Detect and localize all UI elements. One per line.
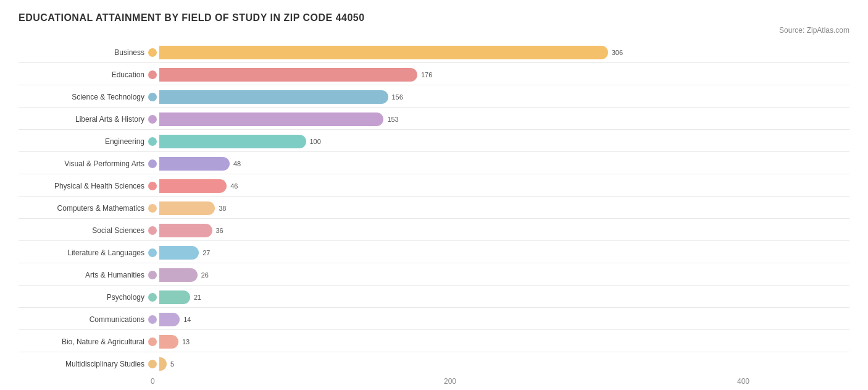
table-row: Liberal Arts & History153 bbox=[19, 109, 849, 130]
bar-container: 176 bbox=[159, 68, 849, 82]
source-label: Source: ZipAtlas.com bbox=[19, 26, 849, 35]
table-row: Business306 bbox=[19, 42, 849, 63]
bar-label: Engineering bbox=[19, 137, 148, 146]
bar-dot-icon bbox=[148, 204, 157, 213]
bar-fill bbox=[159, 179, 227, 193]
bar-dot-icon bbox=[148, 70, 157, 79]
bar-fill bbox=[159, 357, 167, 371]
bar-value-label: 13 bbox=[182, 338, 190, 345]
bar-fill bbox=[159, 46, 608, 59]
bar-dot-icon bbox=[148, 337, 157, 346]
table-row: Communications14 bbox=[19, 309, 849, 330]
bar-dot-icon bbox=[148, 182, 157, 190]
bar-value-label: 14 bbox=[183, 316, 191, 323]
bar-fill bbox=[159, 246, 199, 260]
bar-dot-icon bbox=[148, 159, 157, 168]
x-axis-label: 200 bbox=[444, 377, 456, 386]
bar-value-label: 100 bbox=[310, 138, 321, 145]
bar-label: Computers & Mathematics bbox=[19, 204, 148, 213]
bar-value-label: 38 bbox=[219, 205, 226, 212]
bar-label: Communications bbox=[19, 315, 148, 324]
bar-fill bbox=[159, 68, 417, 82]
x-axis: 0200400 bbox=[19, 377, 849, 389]
bar-value-label: 46 bbox=[230, 182, 238, 190]
bar-label: Education bbox=[19, 70, 148, 79]
bar-label: Arts & Humanities bbox=[19, 271, 148, 279]
table-row: Arts & Humanities26 bbox=[19, 265, 849, 286]
bar-container: 153 bbox=[159, 112, 849, 126]
bar-label: Psychology bbox=[19, 293, 148, 302]
bar-fill bbox=[159, 268, 198, 282]
table-row: Physical & Health Sciences46 bbox=[19, 176, 849, 197]
bar-value-label: 26 bbox=[201, 271, 209, 279]
bar-fill bbox=[159, 112, 383, 126]
bar-container: 156 bbox=[159, 90, 849, 104]
bar-value-label: 36 bbox=[216, 227, 223, 234]
bar-fill bbox=[159, 157, 230, 171]
bar-fill bbox=[159, 224, 212, 237]
bar-value-label: 27 bbox=[202, 249, 210, 256]
chart-area: Business306Education176Science & Technol… bbox=[19, 42, 849, 389]
bar-container: 46 bbox=[159, 179, 849, 193]
bar-dot-icon bbox=[148, 293, 157, 302]
bar-fill bbox=[159, 90, 388, 104]
bar-dot-icon bbox=[148, 93, 157, 101]
table-row: Visual & Performing Arts48 bbox=[19, 153, 849, 174]
bar-label: Physical & Health Sciences bbox=[19, 182, 148, 190]
bar-value-label: 48 bbox=[233, 160, 241, 167]
bar-fill bbox=[159, 313, 180, 326]
bar-container: 48 bbox=[159, 157, 849, 171]
table-row: Education176 bbox=[19, 64, 849, 85]
table-row: Bio, Nature & Agricultural13 bbox=[19, 331, 849, 352]
bar-label: Social Sciences bbox=[19, 226, 148, 235]
bar-label: Bio, Nature & Agricultural bbox=[19, 337, 148, 346]
bar-container: 13 bbox=[159, 335, 849, 349]
bar-value-label: 176 bbox=[421, 71, 432, 78]
bar-fill bbox=[159, 201, 215, 215]
bar-container: 38 bbox=[159, 201, 849, 215]
bar-fill bbox=[159, 135, 306, 148]
bar-label: Liberal Arts & History bbox=[19, 115, 148, 124]
bar-container: 36 bbox=[159, 224, 849, 237]
bar-container: 5 bbox=[159, 357, 849, 371]
bar-dot-icon bbox=[148, 226, 157, 235]
bar-value-label: 21 bbox=[194, 294, 201, 301]
x-axis-label: 400 bbox=[737, 377, 749, 386]
bar-dot-icon bbox=[148, 271, 157, 279]
table-row: Literature & Languages27 bbox=[19, 242, 849, 263]
bar-dot-icon bbox=[148, 248, 157, 257]
bar-fill bbox=[159, 335, 178, 349]
bar-label: Visual & Performing Arts bbox=[19, 159, 148, 168]
bar-value-label: 306 bbox=[612, 49, 623, 56]
bar-label: Business bbox=[19, 48, 148, 57]
bar-dot-icon bbox=[148, 137, 157, 146]
table-row: Engineering100 bbox=[19, 131, 849, 152]
table-row: Science & Technology156 bbox=[19, 87, 849, 108]
bar-dot-icon bbox=[148, 360, 157, 368]
bar-container: 21 bbox=[159, 290, 849, 304]
bar-container: 14 bbox=[159, 313, 849, 326]
x-axis-label: 0 bbox=[151, 377, 155, 386]
bar-dot-icon bbox=[148, 315, 157, 324]
table-row: Multidisciplinary Studies5 bbox=[19, 354, 849, 375]
bar-container: 26 bbox=[159, 268, 849, 282]
bar-fill bbox=[159, 290, 190, 304]
bar-dot-icon bbox=[148, 48, 157, 57]
chart-wrapper: EDUCATIONAL ATTAINMENT BY FIELD OF STUDY… bbox=[19, 12, 849, 389]
table-row: Psychology21 bbox=[19, 287, 849, 308]
bar-value-label: 156 bbox=[392, 93, 403, 101]
bar-value-label: 153 bbox=[387, 116, 398, 123]
bar-dot-icon bbox=[148, 115, 157, 124]
table-row: Social Sciences36 bbox=[19, 220, 849, 241]
bar-container: 306 bbox=[159, 46, 849, 59]
bars-container: Business306Education176Science & Technol… bbox=[19, 42, 849, 375]
bar-label: Science & Technology bbox=[19, 93, 148, 101]
chart-title: EDUCATIONAL ATTAINMENT BY FIELD OF STUDY… bbox=[19, 12, 849, 23]
bar-container: 100 bbox=[159, 135, 849, 148]
bar-value-label: 5 bbox=[170, 360, 174, 368]
table-row: Computers & Mathematics38 bbox=[19, 198, 849, 219]
bar-label: Multidisciplinary Studies bbox=[19, 360, 148, 368]
bar-container: 27 bbox=[159, 246, 849, 260]
bar-label: Literature & Languages bbox=[19, 248, 148, 257]
